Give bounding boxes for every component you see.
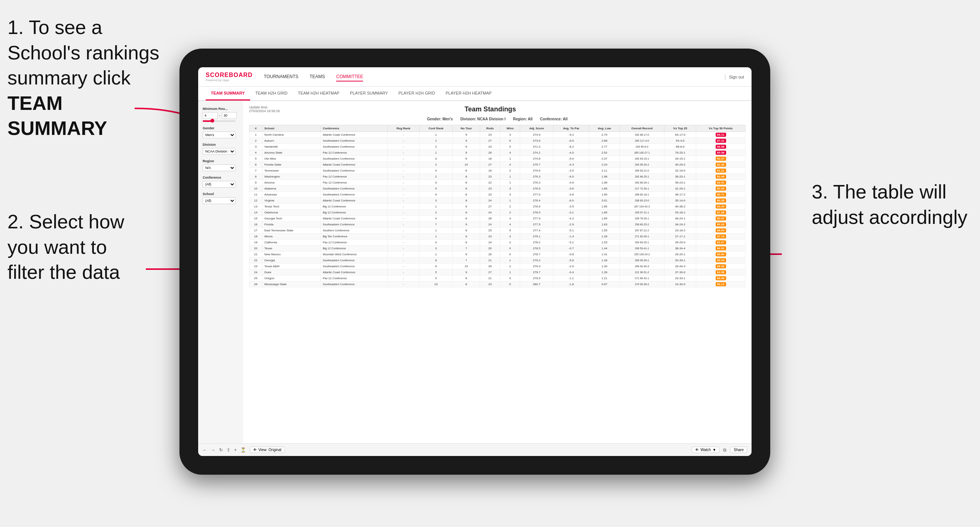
cell-school: Texas Tech [262,204,321,210]
watch-chevron: ▼ [712,448,716,452]
cell-no-tour: 7 [453,257,480,264]
clock-icon[interactable]: ⏳ [240,448,246,452]
cell-no-tour: 9 [453,252,480,257]
cell-wins: 1 [500,180,520,186]
cell-overall: 267 87-21-2 [620,228,664,233]
cell-conf-rank: 1 [419,132,453,138]
points-badge: 80.71 [716,192,726,197]
watch-button[interactable]: 👁 Watch ▼ [692,447,719,453]
points-badge: 83.27 [716,157,726,161]
instruction-step-2: 2. Select how you want to filter the dat… [8,209,124,285]
tablet-screen: SCOREBOARD Powered by clippi TOURNAMENTS… [198,67,751,456]
cell-avg-to-par: -1.4 [554,233,589,240]
cell-rnds: 24 [480,210,500,216]
cell-no-tour: 9 [453,138,480,144]
cell-conference: Atlantic Coast Conference [321,132,388,138]
filter-region-select[interactable]: N/A All [203,165,235,171]
points-badge: 80.04 [716,187,726,190]
cell-conf-rank: 7 [419,222,453,228]
subnav-team-h2h-grid[interactable]: TEAM H2H GRID [250,86,293,100]
points-badge: 80.84 [716,252,726,256]
rounds-slider-thumb[interactable] [210,119,214,122]
cell-points: 85.02 [696,222,746,228]
cell-points: 83.34 [696,204,746,210]
nav-committee[interactable]: COMMITTEE [336,73,363,81]
subnav-team-h2h-heatmap[interactable]: TEAM H2H HEATMAP [293,86,345,100]
rounds-slider-track[interactable] [203,121,235,122]
instruction-2-line3: filter the data [8,261,120,283]
cell-wins: 3 [500,233,520,240]
filter-max-input[interactable] [222,112,237,119]
share-icon-toolbar[interactable]: ⇪ [227,448,230,452]
resize-icon[interactable]: ⧉ [723,448,727,452]
filter-gender-label: Gender [203,126,239,130]
cell-school: Vanderbilt [262,144,321,150]
cell-wins: 2 [500,240,520,246]
cell-reg-rank: - [388,270,419,275]
filter-gender-select[interactable]: Men's Women's [203,132,235,138]
nav-teams[interactable]: TEAMS [310,73,325,81]
filter-division-label: Division [203,143,239,146]
cell-conference: Southeastern Conference [321,138,388,144]
cell-avg-low: 1.63 [589,222,620,228]
cell-reg-rank: - [388,257,419,264]
cell-avg-low: 1.28 [589,257,620,264]
cell-avg-to-par: -4.0 [554,150,589,156]
filter-min-input[interactable] [203,112,218,119]
cell-avg-low: 1.85 [589,204,620,210]
points-badge: 85.02 [716,222,726,227]
nav-tournaments[interactable]: TOURNAMENTS [264,73,298,81]
back-icon[interactable]: ← [203,448,207,452]
cell-no-tour: 8 [453,281,480,287]
filter-school-select[interactable]: (All) [203,197,235,204]
bottom-toolbar: ← → ↻ ⇪ + ⏳ 👁 View: Original 👁 Watch ▼ ⧉… [198,443,751,456]
cell-adj-score: 278.5 [520,246,554,252]
subnav-player-h2h-heatmap[interactable]: PLAYER H2H HEATMAP [441,86,497,100]
cell-reg-rank: - [388,138,419,144]
cell-points: 86.91 [696,246,746,252]
subnav-player-summary[interactable]: PLAYER SUMMARY [345,86,393,100]
cell-vs25: 27-17-1 [664,233,696,240]
subnav-player-h2h-grid[interactable]: PLAYER H2H GRID [393,86,441,100]
cell-points: 80.04 [696,186,746,192]
cell-adj-score: 279.2 [520,257,554,264]
cell-rank: 10 [250,186,262,192]
cell-conference: Big Ten Conference [321,233,388,240]
cell-wins: 5 [500,228,520,233]
share-button[interactable]: Share [730,447,747,453]
view-original-button[interactable]: 👁 View: Original [250,447,285,453]
sign-out-link[interactable]: Sign out [729,75,744,79]
cell-no-tour: 8 [453,233,480,240]
cell-reg-rank: - [388,210,419,216]
subnav-team-summary[interactable]: TEAM SUMMARY [206,86,250,100]
cell-rank: 6 [250,162,262,168]
cell-reg-rank: - [388,275,419,281]
instruction-step-3: 3. The table will adjust accordingly [812,179,969,230]
cell-conf-rank: 6 [419,192,453,198]
filter-conference-select[interactable]: (All) [203,181,235,187]
table-row: 19 California Pac-12 Conference - 4 8 24… [250,240,746,246]
cell-overall: 221 90-51-2 [620,270,664,275]
table-body: 1 North Carolina Atlantic Coast Conferen… [250,132,746,287]
cell-adj-score: 279.6 [520,168,554,174]
cell-vs25: 34-24-2 [664,222,696,228]
col-rank: # [250,125,262,132]
reload-icon[interactable]: ↻ [219,448,223,452]
cell-adj-score: 274.8 [520,156,554,162]
cell-conf-rank: 3 [419,246,453,252]
cell-points: 81.68 [696,210,746,216]
cell-rank: 17 [250,228,262,233]
table-row: 7 Tennessee Southeastern Conference - 4 … [250,168,746,174]
cell-avg-to-par: -1.1 [554,275,589,281]
filter-minimum-rounds: Minimum Rou... - [203,107,239,122]
cell-conference: Southeastern Conference [321,186,388,192]
cell-avg-low: 1.98 [589,174,620,180]
main-content: Minimum Rou... - Gender Men's [198,101,751,443]
filter-division-select[interactable]: NCAA Division I NCAA Division II NCAA Di… [203,148,235,155]
cell-overall: 264 95-29-2 [620,162,664,168]
cell-conference: Atlantic Coast Conference [321,270,388,275]
cell-reg-rank: - [388,264,419,270]
cell-school: Arizona State [262,150,321,156]
forward-icon[interactable]: → [211,448,215,452]
add-icon[interactable]: + [234,448,237,452]
